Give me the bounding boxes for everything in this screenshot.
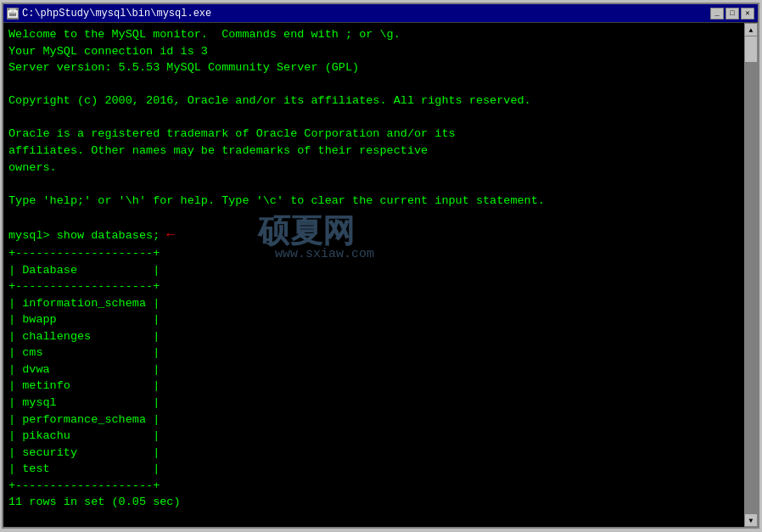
terminal-line-16: | information_schema | [8,295,753,312]
terminal-line-27: +--------------------+ [8,478,753,495]
terminal-line-2: Server version: 5.5.53 MySQL Community S… [8,59,753,76]
terminal-line-17: | bwapp | [8,311,753,328]
terminal-output: Welcome to the MySQL monitor. Commands e… [8,26,753,511]
terminal-line-24: | pikachu | [8,428,753,445]
title-bar: C:\phpStudy\mysql\bin\mysql.exe _ □ ✕ [3,4,758,23]
scrollbar-thumb[interactable] [745,36,757,62]
window-title: C:\phpStudy\mysql\bin\mysql.exe [22,8,211,20]
terminal-line-9 [8,176,753,193]
terminal-line-0: Welcome to the MySQL monitor. Commands e… [8,26,753,43]
title-bar-buttons: _ □ ✕ [710,8,754,20]
terminal-line-21: | metinfo | [8,378,753,395]
terminal-line-20: | dvwa | [8,361,753,378]
terminal-window: C:\phpStudy\mysql\bin\mysql.exe _ □ ✕ We… [2,3,759,529]
terminal-line-19: | cms | [8,344,753,361]
close-button[interactable]: ✕ [741,8,754,20]
terminal-line-14: | Database | [8,262,753,279]
minimize-button[interactable]: _ [710,8,724,20]
terminal-body[interactable]: Welcome to the MySQL monitor. Commands e… [3,23,758,527]
terminal-line-5 [8,109,753,126]
terminal-line-18: | challenges | [8,328,753,345]
terminal-line-23: | performance_schema | [8,412,753,428]
terminal-line-4: Copyright (c) 2000, 2016, Oracle and/or … [8,92,753,109]
terminal-line-6: Oracle is a registered trademark of Orac… [8,126,753,143]
maximize-button[interactable]: □ [726,8,739,20]
terminal-line-26: | test | [8,461,753,478]
terminal-line-15: +--------------------+ [8,278,753,295]
scroll-down-button[interactable]: ▼ [744,513,758,527]
scrollbar[interactable]: ▲ ▼ [744,23,758,527]
scrollbar-track [744,36,758,513]
terminal-line-8: owners. [8,160,753,176]
terminal-line-11 [8,209,753,226]
terminal-line-22: | mysql | [8,395,753,412]
terminal-line-25: | security | [8,445,753,462]
window-icon [7,8,19,20]
title-bar-left: C:\phpStudy\mysql\bin\mysql.exe [7,8,211,20]
terminal-line-28: 11 rows in set (0.05 sec) [8,494,753,511]
terminal-line-12: mysql> show databases;← [8,226,753,245]
terminal-line-3 [8,76,753,93]
terminal-line-1: Your MySQL connection id is 3 [8,43,753,60]
arrow-indicator: ← [166,226,175,245]
scroll-up-button[interactable]: ▲ [744,23,758,36]
terminal-line-10: Type 'help;' or '\h' for help. Type '\c'… [8,193,753,210]
terminal-line-7: affiliates. Other names may be trademark… [8,143,753,160]
terminal-line-13: +--------------------+ [8,245,753,262]
